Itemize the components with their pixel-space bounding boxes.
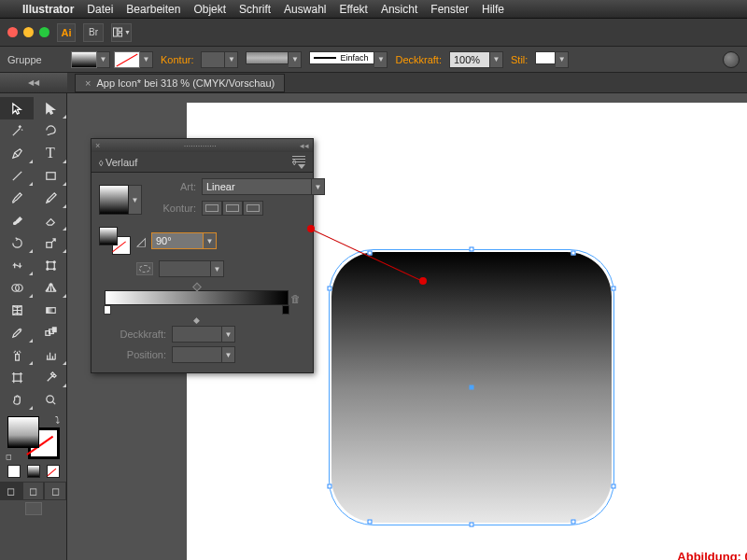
magic-wand-tool[interactable]	[0, 119, 34, 142]
stroke-weight-dropdown-icon[interactable]: ▼	[225, 51, 238, 68]
menu-objekt[interactable]: Objekt	[193, 3, 226, 16]
document-tab[interactable]: × App Icon* bei 318 % (CMYK/Vorschau)	[75, 74, 285, 92]
rectangle-tool[interactable]	[34, 164, 67, 187]
gradient-mode-button[interactable]	[27, 465, 40, 478]
type-tool[interactable]: T	[34, 142, 67, 164]
line-segment-tool[interactable]	[0, 164, 34, 187]
stop-opacity-field[interactable]	[172, 326, 222, 343]
fill-swatch[interactable]	[71, 51, 97, 68]
gradient-tool[interactable]	[34, 299, 67, 321]
direct-selection-tool[interactable]	[34, 97, 67, 119]
menu-bearbeiten[interactable]: Bearbeiten	[126, 3, 180, 16]
aspect-ratio-icon[interactable]	[136, 262, 153, 275]
draw-normal-button[interactable]: ◻	[0, 482, 22, 500]
delete-stop-icon[interactable]: 🗑	[290, 293, 301, 304]
close-window-icon[interactable]	[7, 27, 18, 37]
panel-fill-stroke-toggle[interactable]	[99, 227, 131, 255]
stroke-gradient-mode[interactable]	[202, 201, 263, 216]
rotate-tool[interactable]	[0, 231, 34, 254]
stroke-swatch-none[interactable]	[114, 51, 140, 68]
draw-behind-button[interactable]: ◻	[22, 482, 45, 500]
brush-dropdown-icon[interactable]: ▼	[289, 51, 302, 68]
angle-dropdown-icon[interactable]: ▼	[204, 232, 217, 249]
paintbrush-tool[interactable]	[0, 187, 34, 209]
document-setup-icon[interactable]	[723, 51, 740, 68]
zoom-tool[interactable]	[34, 388, 67, 411]
zoom-window-icon[interactable]	[39, 27, 49, 37]
graphic-style-swatch[interactable]	[535, 51, 556, 64]
mesh-tool[interactable]	[0, 299, 34, 321]
stroke-weight-field[interactable]	[201, 51, 225, 68]
pen-tool[interactable]	[0, 142, 34, 164]
stop-position-dropdown-icon[interactable]: ▼	[222, 346, 235, 363]
arrange-documents-button[interactable]: ▼	[111, 23, 132, 42]
fill-stroke-indicator[interactable]: ⤵ ◻	[6, 414, 62, 461]
stop-position-field[interactable]	[172, 346, 222, 363]
gradient-preset-dropdown-icon[interactable]: ▼	[129, 185, 142, 215]
column-graph-tool[interactable]	[34, 343, 67, 366]
gradient-preview-swatch[interactable]	[99, 185, 129, 215]
panel-close-icon[interactable]: ×	[95, 141, 100, 150]
panel-fill-swatch[interactable]	[99, 227, 118, 245]
blob-brush-tool[interactable]	[0, 209, 34, 231]
gradient-stop-right[interactable]	[282, 305, 289, 315]
gradient-ramp[interactable]: ◆ 🗑	[105, 290, 289, 305]
shape-builder-tool[interactable]	[0, 276, 34, 299]
gradient-type-field[interactable]: Linear	[202, 178, 312, 195]
gradient-stop-left[interactable]	[104, 305, 111, 315]
menu-app[interactable]: Illustrator	[22, 3, 74, 16]
scale-tool[interactable]	[34, 231, 67, 254]
aspect-ratio-field[interactable]	[159, 260, 211, 277]
close-tab-icon[interactable]: ×	[85, 77, 91, 89]
draw-inside-button[interactable]: ◻	[44, 482, 66, 500]
menu-auswahl[interactable]: Auswahl	[284, 3, 326, 16]
fill-dropdown-icon[interactable]: ▼	[97, 51, 110, 68]
eraser-tool[interactable]	[34, 209, 67, 231]
panel-menu-icon[interactable]	[292, 156, 305, 169]
free-transform-tool[interactable]	[34, 254, 67, 276]
opacity-field[interactable]: 100%	[449, 51, 490, 68]
menu-datei[interactable]: Datei	[87, 3, 113, 16]
rounded-rectangle-shape[interactable]	[331, 252, 612, 523]
slice-tool[interactable]	[34, 366, 67, 388]
menu-effekt[interactable]: Effekt	[339, 3, 367, 16]
hand-tool[interactable]	[0, 388, 34, 411]
blend-tool[interactable]	[34, 321, 67, 343]
swap-fill-stroke-icon[interactable]: ⤵	[55, 414, 60, 425]
gradient-type-dropdown-icon[interactable]: ▼	[312, 178, 325, 195]
panel-collapse-icon[interactable]: ◂◂	[300, 141, 309, 150]
artboard-tool[interactable]	[0, 366, 34, 388]
brush-swatch[interactable]	[246, 51, 289, 64]
color-mode-button[interactable]	[7, 465, 21, 478]
menu-fenster[interactable]: Fenster	[430, 3, 469, 16]
aspect-dropdown-icon[interactable]: ▼	[211, 260, 224, 277]
gradient-angle-field[interactable]: 90°	[151, 232, 204, 249]
stroke-profile-field[interactable]: Einfach	[309, 51, 374, 64]
minimize-window-icon[interactable]	[23, 27, 34, 37]
perspective-grid-tool[interactable]	[34, 276, 67, 299]
default-fill-stroke-icon[interactable]: ◻	[6, 453, 12, 461]
panel-collapse-handle[interactable]: ◀◀	[0, 73, 67, 93]
panel-drag-bar[interactable]: × ·············· ◂◂	[92, 139, 313, 152]
kontur-label[interactable]: Kontur:	[161, 54, 193, 65]
midpoint-diamond-icon[interactable]: ◆	[193, 315, 200, 325]
screen-mode-button[interactable]	[25, 502, 42, 515]
gradient-midpoint[interactable]	[192, 283, 202, 292]
menu-hilfe[interactable]: Hilfe	[482, 3, 504, 16]
fill-color-swatch[interactable]	[7, 416, 39, 448]
none-mode-button[interactable]	[47, 465, 60, 478]
menu-ansicht[interactable]: Ansicht	[381, 3, 417, 16]
panel-tab[interactable]: Verlauf	[92, 152, 313, 173]
opacity-label[interactable]: Deckkraft:	[395, 54, 442, 65]
symbol-sprayer-tool[interactable]	[0, 343, 34, 366]
style-label[interactable]: Stil:	[511, 54, 528, 65]
stop-opacity-dropdown-icon[interactable]: ▼	[222, 326, 235, 343]
menu-schrift[interactable]: Schrift	[239, 3, 271, 16]
style-dropdown-icon[interactable]: ▼	[556, 51, 569, 68]
stroke-profile-dropdown-icon[interactable]: ▼	[374, 51, 388, 68]
selection-tool[interactable]	[0, 97, 34, 119]
bridge-button[interactable]: Br	[83, 23, 104, 42]
opacity-dropdown-icon[interactable]: ▼	[490, 51, 503, 68]
lasso-tool[interactable]	[34, 119, 67, 142]
width-tool[interactable]	[0, 254, 34, 276]
